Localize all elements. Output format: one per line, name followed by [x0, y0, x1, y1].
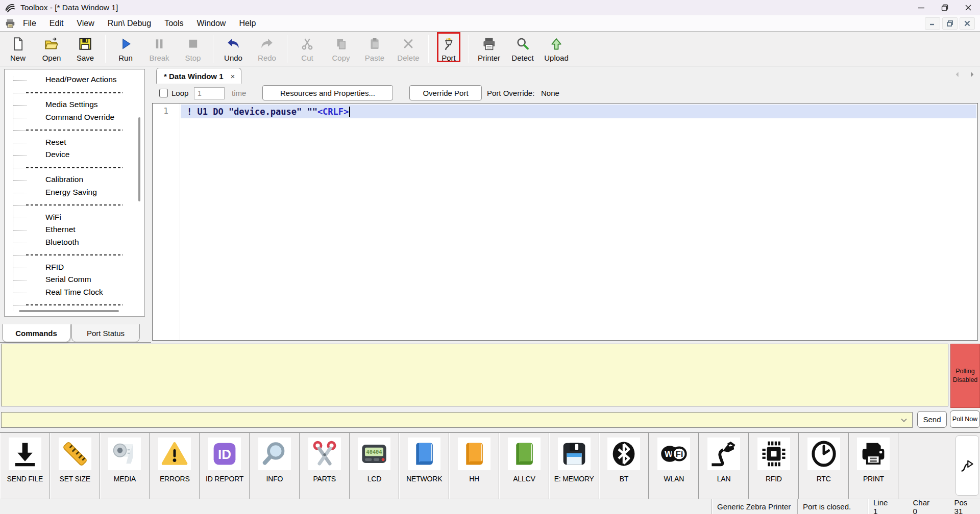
send-input[interactable]	[2, 413, 895, 427]
upload-arrow-icon	[549, 37, 564, 51]
tree-item-wifi[interactable]: WiFi	[5, 212, 144, 224]
redo-arrow-icon	[259, 37, 275, 50]
tree-item-media-settings[interactable]: Media Settings	[5, 99, 144, 112]
restore-button[interactable]	[933, 0, 957, 15]
toolbar-port-button[interactable]: Port	[432, 32, 465, 66]
toolbar-printer-button[interactable]: Printer	[472, 32, 506, 66]
bottom-tool-errors[interactable]: ERRORS	[150, 433, 200, 499]
toolbar-cut-button[interactable]: Cut	[290, 32, 324, 66]
bottom-tool-print[interactable]: PRINT	[849, 433, 899, 499]
tree-horizontal-scrollbar[interactable]	[19, 310, 119, 312]
minimize-button[interactable]	[910, 0, 933, 15]
bottom-tool-lan[interactable]: LAN	[699, 433, 749, 499]
tree-item-ethernet[interactable]: Ethernet	[5, 224, 144, 237]
port-override-value: None	[541, 89, 559, 97]
tab-port-status[interactable]: Port Status	[71, 324, 140, 342]
bottom-tool-rtc[interactable]: RTC	[799, 433, 849, 499]
pager-lcd-icon: 40404	[360, 440, 388, 468]
passthrough-button[interactable]	[955, 435, 979, 496]
resources-properties-button[interactable]: Resources and Properties...	[262, 85, 393, 100]
toolbar-upload-button[interactable]: Upload	[540, 32, 573, 66]
toolbar-break-button[interactable]: Break	[142, 32, 176, 66]
mdi-minimize-icon	[929, 20, 936, 27]
tree-item-calibration[interactable]: Calibration	[5, 174, 144, 187]
toolbar-open-button[interactable]: Open	[35, 32, 68, 66]
bottom-tool-bt[interactable]: BT	[599, 433, 649, 499]
send-button[interactable]: Send	[917, 411, 947, 428]
bottom-tool-network[interactable]: NETWORK	[399, 433, 449, 499]
code-line-1[interactable]: ! U1 DO "device.pause" ""<CRLF>	[181, 105, 976, 118]
mdi-restore-button[interactable]	[942, 17, 958, 30]
save-icon	[78, 36, 93, 52]
toolbar-undo-button[interactable]: Undo	[216, 32, 250, 66]
override-port-button[interactable]: Override Port	[409, 85, 482, 100]
poll-now-button[interactable]: Poll Now	[950, 410, 980, 428]
menu-bar: File Edit View Run\ Debug Tools Window H…	[0, 15, 980, 32]
menu-run-debug[interactable]: Run\ Debug	[101, 17, 158, 30]
tree-item-head-power-actions[interactable]: Head/Power Actions	[5, 74, 144, 87]
toolbar-detect-button[interactable]: Detect	[506, 32, 540, 66]
toolbar-save-button[interactable]: Save	[68, 32, 102, 66]
mdi-close-icon	[964, 20, 971, 27]
menu-view[interactable]: View	[70, 17, 101, 30]
mdi-minimize-button[interactable]	[925, 17, 940, 30]
tree-item-energy-saving[interactable]: Energy Saving	[5, 187, 144, 199]
menu-file[interactable]: File	[16, 17, 43, 30]
copy-icon	[334, 37, 348, 51]
code-editor[interactable]: 1 ! U1 DO "device.pause" ""<CRLF>	[152, 103, 978, 341]
tree-item-device[interactable]: Device	[5, 149, 144, 162]
paper-roll-icon	[111, 440, 138, 468]
tree-item-command-override[interactable]: Command Override	[5, 112, 144, 124]
toolbar-redo-button[interactable]: Redo	[250, 32, 284, 66]
toolbar-run-button[interactable]: Run	[109, 32, 142, 66]
toolbar-new-button[interactable]: New	[1, 32, 35, 66]
bottom-tool-info[interactable]: INFO	[250, 433, 300, 499]
tree-item-bluetooth[interactable]: Bluetooth	[5, 237, 144, 249]
tree-item-real-time-clock[interactable]: Real Time Clock	[5, 287, 144, 299]
code-text: ! U1 DO "device.pause" ""	[187, 107, 317, 117]
pause-icon	[152, 37, 166, 51]
bottom-tool-e-memory[interactable]: E: MEMORY	[549, 433, 599, 499]
floppy-disk-icon	[560, 440, 588, 468]
bottom-tool-wlan[interactable]: WiFi WLAN	[649, 433, 699, 499]
bottom-tool-lcd[interactable]: 40404 LCD	[350, 433, 400, 499]
tab-data-window-1[interactable]: * Data Window 1 ×	[156, 68, 241, 84]
toolbar-delete-button[interactable]: Delete	[391, 32, 425, 66]
bottom-tool-hh[interactable]: HH	[449, 433, 499, 499]
bottom-tool-allcv[interactable]: ALLCV	[499, 433, 549, 499]
app-window: Toolbox - [* Data Window 1] File Edit Vi…	[0, 0, 980, 514]
toolbar-paste-button[interactable]: Paste	[358, 32, 391, 66]
menu-edit[interactable]: Edit	[43, 17, 70, 30]
tab-close-icon[interactable]: ×	[231, 72, 235, 81]
menu-help[interactable]: Help	[232, 17, 262, 30]
close-button[interactable]	[957, 0, 980, 15]
printer-icon	[481, 36, 497, 52]
tree-item-rfid[interactable]: RFID	[5, 262, 144, 274]
tree-item-reset[interactable]: Reset	[5, 137, 144, 149]
tree-vertical-scrollbar[interactable]	[138, 117, 140, 201]
loop-count-input[interactable]	[194, 87, 225, 99]
new-document-icon	[10, 36, 26, 52]
loop-checkbox[interactable]	[159, 89, 168, 97]
tab-scroll-right-icon[interactable]	[967, 69, 977, 80]
bottom-tool-media[interactable]: MEDIA	[100, 433, 150, 499]
chip-icon	[760, 440, 788, 468]
bottom-tool-parts[interactable]: PARTS	[300, 433, 350, 499]
bottom-tool-set-size[interactable]: SET SIZE	[50, 433, 100, 499]
toolbar-copy-button[interactable]: Copy	[324, 32, 358, 66]
toolbar-stop-button[interactable]: Stop	[176, 32, 210, 66]
bottom-tool-send-file[interactable]: SEND FILE	[0, 433, 50, 499]
menu-tools[interactable]: Tools	[158, 17, 190, 30]
menu-window[interactable]: Window	[190, 17, 233, 30]
mdi-close-button[interactable]	[960, 17, 975, 30]
tab-scroll-left-icon[interactable]	[952, 69, 963, 80]
tree-item-serial-comm[interactable]: Serial Comm	[5, 274, 144, 287]
output-log-area[interactable]	[1, 344, 948, 406]
stop-icon	[186, 37, 200, 51]
bottom-tool-rfid[interactable]: RFID	[749, 433, 799, 499]
tab-commands[interactable]: Commands	[2, 324, 70, 342]
window-title: Toolbox - [* Data Window 1]	[20, 3, 118, 12]
main-area: Head/Power Actions Media Settings Comman…	[0, 66, 980, 343]
bottom-tool-id-report[interactable]: ID ID REPORT	[200, 433, 250, 499]
chevron-down-icon[interactable]	[899, 415, 909, 425]
